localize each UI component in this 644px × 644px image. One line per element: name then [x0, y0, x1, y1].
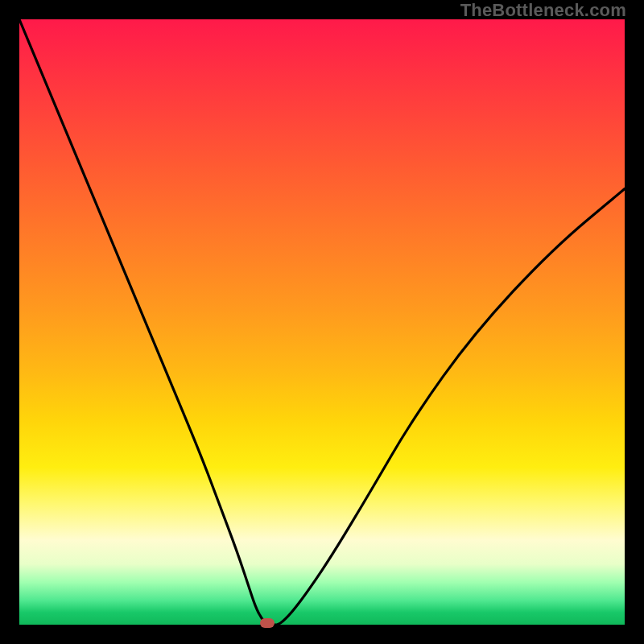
- bottleneck-curve: [19, 19, 625, 625]
- optimum-marker: [260, 618, 275, 628]
- chart-frame: TheBottleneck.com: [0, 0, 644, 644]
- watermark-text: TheBottleneck.com: [460, 0, 626, 21]
- chart-plot-area: [19, 19, 625, 625]
